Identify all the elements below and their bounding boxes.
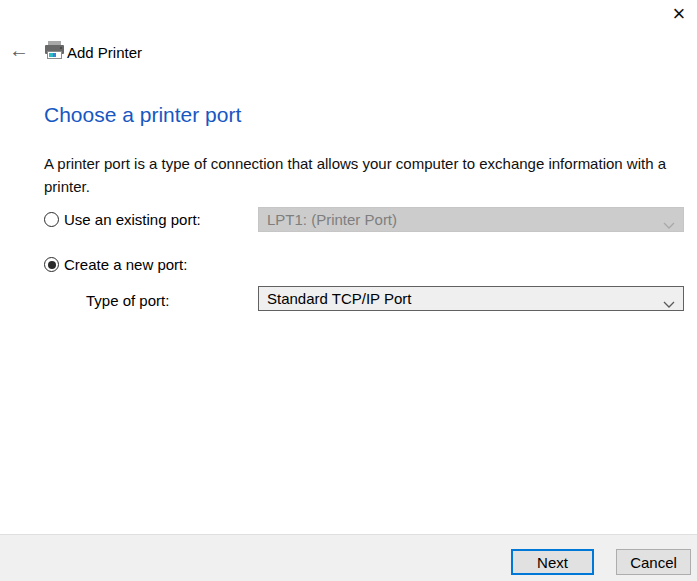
chevron-down-icon (663, 295, 675, 312)
existing-port-radio-label[interactable]: Use an existing port: (64, 211, 201, 228)
add-printer-wizard: × ← Add Printer Choose a printer port A … (0, 0, 697, 581)
page-description: A printer port is a type of connection t… (44, 152, 692, 198)
back-arrow-icon[interactable]: ← (9, 39, 29, 62)
chevron-down-icon (663, 216, 675, 233)
existing-port-select: LPT1: (Printer Port) (258, 207, 684, 232)
port-type-select-value: Standard TCP/IP Port (267, 290, 412, 307)
cancel-button[interactable]: Cancel (616, 549, 691, 575)
create-new-port-radio[interactable] (44, 257, 59, 272)
page-title: Choose a printer port (44, 103, 241, 127)
create-new-port-radio-label[interactable]: Create a new port: (64, 256, 187, 273)
port-type-label: Type of port: (86, 292, 169, 309)
close-icon[interactable]: × (666, 2, 692, 26)
port-type-select[interactable]: Standard TCP/IP Port (258, 286, 684, 311)
printer-icon (44, 41, 65, 64)
existing-port-radio[interactable] (44, 212, 59, 227)
next-button[interactable]: Next (511, 549, 594, 575)
existing-port-select-value: LPT1: (Printer Port) (267, 211, 397, 228)
window-title: Add Printer (67, 44, 142, 61)
